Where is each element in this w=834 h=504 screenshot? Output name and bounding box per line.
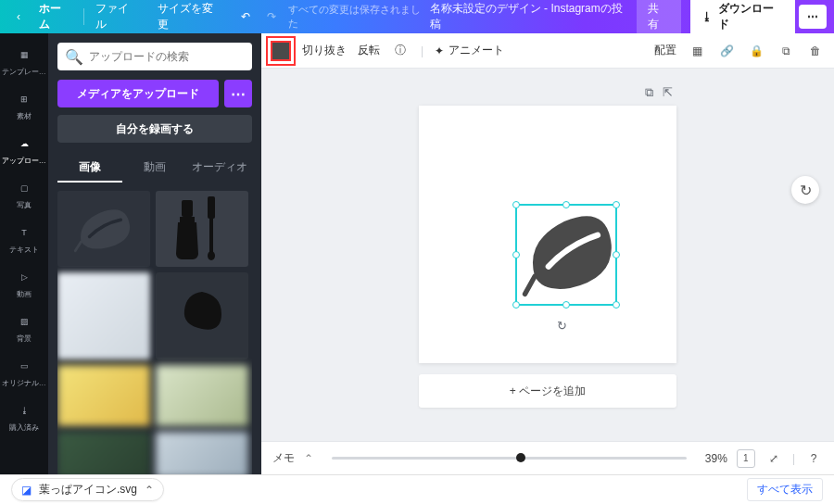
upload-more-button[interactable]: ⋯ [224, 80, 252, 107]
thumb-photo-2[interactable] [57, 365, 150, 426]
template-icon: ▦ [16, 46, 32, 63]
rail-upload[interactable]: ☁アップロー… [0, 130, 48, 174]
rail-video[interactable]: ▷動画 [0, 263, 48, 308]
thumb-photo-3[interactable] [156, 365, 248, 426]
handle-r[interactable] [613, 251, 620, 258]
crop-button[interactable]: 切り抜き [302, 43, 347, 58]
tab-video[interactable]: 動画 [122, 154, 187, 183]
undo-button[interactable]: ↶ [233, 0, 259, 33]
download-icon: ⭳ [701, 10, 713, 23]
handle-tr[interactable] [613, 201, 620, 208]
zoom-value[interactable]: 39% [705, 452, 727, 465]
flip-button[interactable]: 反転 [358, 43, 380, 58]
rail-purchased[interactable]: ⭳購入済み [0, 397, 48, 441]
color-swatch[interactable] [271, 41, 291, 61]
tab-audio[interactable]: オーディオ [187, 154, 252, 183]
stage[interactable]: ↻ ⧉ ⇱ [261, 69, 834, 441]
redo-button[interactable]: ↷ [259, 0, 284, 33]
tab-image[interactable]: 画像 [57, 154, 122, 183]
artboard[interactable]: ↻ [419, 106, 676, 363]
download-icon: ⭳ [16, 402, 32, 419]
browser-download-bar: ◪ 葉っぱアイコン.svg ⌃ すべて表示 [0, 474, 834, 504]
downloaded-file-chip[interactable]: ◪ 葉っぱアイコン.svg ⌃ [11, 478, 164, 501]
link-icon[interactable]: 🔗 [717, 42, 736, 60]
duplicate-icon[interactable]: ⧉ [777, 42, 795, 60]
left-rail: ▦テンプレー… ⊞素材 ☁アップロー… ▢写真 Tテキスト ▷動画 ▨背景 ▭オ… [0, 33, 48, 474]
fullscreen-icon[interactable]: ⤢ [764, 449, 783, 468]
svg-rect-1 [208, 196, 215, 219]
resize-menu[interactable]: サイズを変更 [148, 0, 233, 33]
photo-icon: ▢ [16, 180, 32, 196]
rail-original[interactable]: ▭オリジナル… [0, 352, 48, 397]
share-button[interactable]: 共有 [637, 0, 681, 36]
home-button[interactable]: ホーム [30, 0, 82, 33]
design-title[interactable]: 名称未設定のデザイン - Instagramの投稿 [430, 1, 632, 32]
svg-point-3 [208, 251, 215, 260]
add-page-button[interactable]: + ページを追加 [419, 374, 676, 408]
elements-icon: ⊞ [16, 91, 32, 107]
notes-chevron-icon[interactable]: ⌃ [304, 452, 313, 465]
rail-text[interactable]: Tテキスト [0, 219, 48, 263]
chevron-up-icon[interactable]: ⌃ [145, 484, 154, 497]
search-icon: 🔍 [65, 48, 83, 66]
info-icon[interactable]: ⓘ [391, 42, 410, 60]
duplicate-page-icon[interactable]: ⧉ [645, 85, 653, 100]
rail-background[interactable]: ▨背景 [0, 308, 48, 352]
handle-t[interactable] [562, 201, 570, 208]
downloaded-file-name: 葉っぱアイコン.svg [39, 482, 137, 498]
divider [83, 8, 84, 25]
file-icon: ◪ [21, 484, 32, 497]
save-status: すべての変更は保存されました [288, 3, 429, 31]
upload-panel: 🔍 メディアをアップロード ⋯ 自分を録画する 画像 動画 オーディオ ‹ [48, 33, 261, 474]
notes-button[interactable]: メモ [272, 450, 295, 466]
handle-tl[interactable] [512, 201, 520, 208]
svg-rect-0 [182, 200, 193, 217]
upload-media-button[interactable]: メディアをアップロード [57, 80, 219, 107]
thumb-photo-5[interactable] [156, 432, 248, 474]
back-button[interactable]: ‹ [7, 0, 30, 33]
thumb-blob[interactable] [156, 272, 248, 359]
export-page-icon[interactable]: ⇱ [663, 85, 673, 100]
position-button[interactable]: 配置 [654, 43, 676, 58]
media-tabs: 画像 動画 オーディオ [57, 154, 252, 183]
page-wrapper: ⧉ ⇱ [419, 83, 676, 408]
lock-icon[interactable]: 🔒 [747, 42, 765, 60]
transparency-icon[interactable]: ▦ [688, 42, 706, 60]
rotate-handle[interactable]: ↻ [557, 319, 575, 337]
canvas-area: 切り抜き 反転 ⓘ | ✦アニメート 配置 ▦ 🔗 🔒 ⧉ 🗑 ↻ ⧉ ⇱ [261, 33, 834, 474]
file-menu[interactable]: ファイル [86, 0, 149, 33]
text-icon: T [16, 224, 32, 241]
handle-b[interactable] [562, 301, 570, 309]
thumb-photo-4[interactable] [57, 432, 150, 474]
search-input[interactable] [89, 50, 245, 63]
handle-br[interactable] [613, 301, 620, 309]
more-button[interactable]: ⋯ [799, 5, 827, 29]
download-button[interactable]: ⭳ダウンロード [690, 0, 795, 37]
animate-button[interactable]: ✦アニメート [435, 43, 504, 58]
handle-l[interactable] [512, 251, 520, 258]
page-tools: ⧉ ⇱ [419, 83, 676, 102]
thumb-nail-polish[interactable] [156, 191, 248, 267]
page-count-icon[interactable]: 1 [737, 449, 755, 468]
trash-icon[interactable]: 🗑 [806, 42, 825, 60]
rail-templates[interactable]: ▦テンプレー… [0, 41, 48, 85]
show-all-downloads[interactable]: すべて表示 [747, 478, 823, 501]
svg-rect-2 [209, 219, 213, 256]
rail-elements[interactable]: ⊞素材 [0, 85, 48, 130]
top-menu-bar: ‹ ホーム ファイル サイズを変更 ↶ ↷ すべての変更は保存されました 名称未… [0, 0, 834, 33]
help-icon[interactable]: ? [804, 449, 823, 468]
rail-photo[interactable]: ▢写真 [0, 174, 48, 219]
thumb-photo-1[interactable] [57, 272, 150, 359]
upload-cloud-icon: ☁ [16, 135, 32, 152]
handle-bl[interactable] [512, 301, 520, 309]
animate-icon: ✦ [435, 44, 444, 57]
record-yourself-button[interactable]: 自分を録画する [57, 115, 252, 143]
search-box[interactable]: 🔍 [57, 43, 252, 70]
video-icon: ▷ [16, 269, 32, 285]
context-toolbar: 切り抜き 反転 ⓘ | ✦アニメート 配置 ▦ 🔗 🔒 ⧉ 🗑 [261, 33, 834, 69]
selection-box[interactable]: ↻ [515, 204, 617, 306]
thumbnail-grid [57, 191, 252, 474]
refresh-button[interactable]: ↻ [791, 176, 819, 204]
zoom-slider[interactable] [332, 457, 687, 460]
thumb-leaf[interactable] [57, 191, 150, 267]
